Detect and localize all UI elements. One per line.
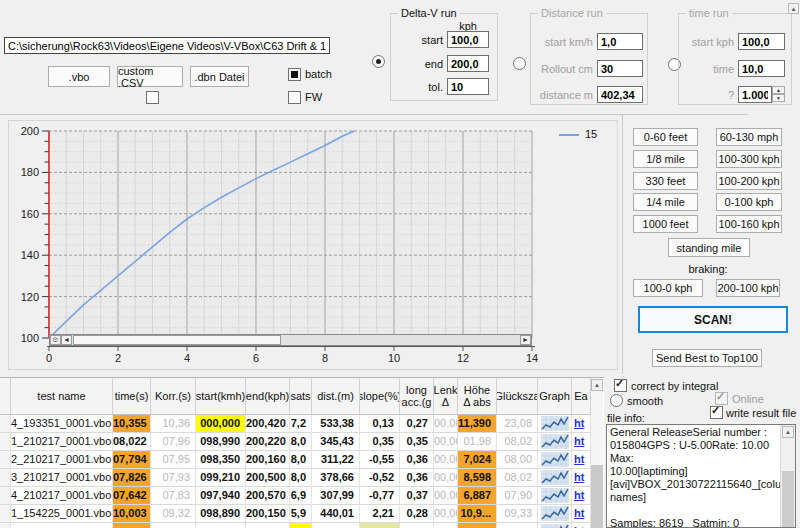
table-row[interactable]: 3_210217_0001.vbo07,82607,93099,210200,5… bbox=[0, 469, 604, 487]
result-link[interactable]: ht bbox=[574, 417, 584, 429]
column-header[interactable]: slope(%) bbox=[360, 378, 400, 415]
row-selector-cell[interactable] bbox=[0, 523, 11, 528]
btn-0-60-feet[interactable]: 0-60 feet bbox=[633, 128, 698, 146]
table-row[interactable]: 4_210217_0001.vbo07,64207,83097,940200,5… bbox=[0, 487, 604, 505]
table-row[interactable]: ht bbox=[0, 523, 604, 528]
test-name-cell[interactable]: 2_210217_0001.vbo bbox=[11, 451, 113, 469]
factor-spinner[interactable]: ▲ ▼ bbox=[772, 86, 785, 103]
row-selector-cell[interactable] bbox=[0, 451, 11, 469]
result-link[interactable]: ht bbox=[574, 489, 584, 501]
column-header[interactable]: Lenk Δ bbox=[434, 378, 458, 415]
chart-h-scrollbar[interactable]: ⊙ ◄ ► bbox=[49, 334, 532, 346]
end-input[interactable] bbox=[447, 55, 489, 72]
test-name-cell[interactable]: 4_193351_0001.vbo bbox=[11, 415, 113, 433]
batch-checkbox[interactable] bbox=[288, 68, 301, 81]
row-selector-cell[interactable] bbox=[0, 487, 11, 505]
column-header[interactable]: Glücksza bbox=[497, 378, 538, 415]
vbo-button[interactable]: .vbo bbox=[48, 66, 110, 87]
write-result-file-checkbox[interactable]: ✓ bbox=[710, 406, 723, 419]
link-cell[interactable]: ht bbox=[572, 415, 591, 433]
distance-mode-radio[interactable] bbox=[513, 57, 526, 70]
graph-cell[interactable] bbox=[538, 469, 572, 487]
scroll-right-icon[interactable]: ► bbox=[520, 335, 531, 345]
graph-cell[interactable] bbox=[538, 451, 572, 469]
column-header[interactable]: Graph bbox=[538, 378, 572, 415]
file-info-box[interactable]: General ReleaseSerial number : 015804GPS… bbox=[606, 424, 796, 528]
rollout-input[interactable] bbox=[597, 60, 643, 77]
test-name-cell[interactable] bbox=[11, 523, 113, 528]
btn-100-0-kph[interactable]: 100-0 kph bbox=[633, 279, 703, 297]
custom-csv-button[interactable]: custom .CSV bbox=[117, 66, 183, 87]
column-header[interactable]: test name bbox=[11, 378, 113, 415]
column-header[interactable]: long acc.(g bbox=[400, 378, 434, 415]
fw-checkbox[interactable] bbox=[288, 91, 301, 104]
column-header[interactable]: Höhe Δ abs bbox=[458, 378, 497, 415]
scrollbar-thumb[interactable] bbox=[73, 335, 281, 345]
csv-option-checkbox[interactable] bbox=[146, 91, 159, 104]
graph-cell[interactable] bbox=[538, 433, 572, 451]
correct-by-integral-checkbox[interactable]: ✓ bbox=[614, 379, 627, 392]
column-header[interactable]: dist.(m) bbox=[312, 378, 360, 415]
btn-330-feet[interactable]: 330 feet bbox=[633, 172, 698, 190]
window-scroll-up-button[interactable]: ▲ bbox=[788, 3, 799, 14]
graph-cell[interactable] bbox=[538, 523, 572, 528]
row-selector-cell[interactable] bbox=[0, 505, 11, 523]
link-cell[interactable]: ht bbox=[572, 505, 591, 523]
file-info-scroll-up-icon[interactable]: ▲ bbox=[782, 426, 794, 438]
factor-input[interactable] bbox=[738, 86, 772, 103]
row-selector-cell[interactable] bbox=[0, 469, 11, 487]
row-selector-cell[interactable] bbox=[0, 433, 11, 451]
distance-m-input[interactable] bbox=[597, 86, 643, 103]
table-row[interactable]: 2_210217_0001.vbo07,79407,95098,350200,1… bbox=[0, 451, 604, 469]
test-name-cell[interactable]: 3_210217_0001.vbo bbox=[11, 469, 113, 487]
column-header[interactable]: start(kmh) bbox=[196, 378, 246, 415]
column-header[interactable]: Korr.(s) bbox=[151, 378, 196, 415]
column-header[interactable]: time(s) bbox=[113, 378, 151, 415]
btn-1000-feet[interactable]: 1000 feet bbox=[633, 215, 698, 233]
btn-100-300-kph[interactable]: 100-300 kph bbox=[716, 150, 782, 168]
start-input[interactable] bbox=[447, 31, 489, 48]
time-input[interactable] bbox=[738, 60, 785, 77]
column-header[interactable]: Ea bbox=[572, 378, 591, 415]
column-header[interactable]: sats bbox=[290, 378, 312, 415]
btn-1-8-mile[interactable]: 1/8 mile bbox=[633, 150, 698, 168]
result-link[interactable]: ht bbox=[574, 471, 584, 483]
graph-cell[interactable] bbox=[538, 505, 572, 523]
result-link[interactable]: ht bbox=[574, 435, 584, 447]
scroll-left-icon[interactable]: ◄ bbox=[61, 335, 72, 345]
table-row[interactable]: 1_154225_0001.vbo10,00309,32098,890200,1… bbox=[0, 505, 604, 523]
table-row[interactable]: 4_193351_0001.vbo10,35510,36000,000200,4… bbox=[0, 415, 604, 433]
link-cell[interactable]: ht bbox=[572, 469, 591, 487]
start-kph-input[interactable] bbox=[738, 33, 785, 50]
test-name-cell[interactable]: 1_210217_0001.vbo bbox=[11, 433, 113, 451]
btn-0-100-kph[interactable]: 0-100 kph bbox=[716, 193, 782, 211]
link-cell[interactable]: ht bbox=[572, 523, 591, 528]
link-cell[interactable]: ht bbox=[572, 451, 591, 469]
graph-cell[interactable] bbox=[538, 487, 572, 505]
btn-standing-mile[interactable]: standing mile bbox=[668, 238, 750, 257]
test-name-cell[interactable]: 1_154225_0001.vbo bbox=[11, 505, 113, 523]
deltav-mode-radio[interactable] bbox=[372, 55, 385, 68]
start-kmh-input[interactable] bbox=[597, 33, 643, 50]
btn-100-160-kph[interactable]: 100-160 kph bbox=[716, 215, 782, 233]
graph-cell[interactable] bbox=[538, 415, 572, 433]
btn-100-200-kph[interactable]: 100-200 kph bbox=[716, 172, 782, 190]
smooth-radio[interactable] bbox=[610, 394, 623, 407]
link-cell[interactable]: ht bbox=[572, 487, 591, 505]
file-info-scrollbar-thumb[interactable] bbox=[782, 471, 794, 527]
column-header[interactable] bbox=[0, 378, 11, 415]
scan-button[interactable]: SCAN! bbox=[638, 306, 788, 333]
test-name-cell[interactable]: 4_210217_0001.vbo bbox=[11, 487, 113, 505]
btn-60-130-mph[interactable]: 60-130 mph bbox=[716, 128, 782, 146]
table-scrollbar[interactable]: ▲ bbox=[591, 379, 603, 528]
file-path-input[interactable] bbox=[4, 37, 330, 54]
tol-input[interactable] bbox=[447, 78, 489, 95]
btn-200-100-kph[interactable]: 200-100 kph bbox=[716, 279, 780, 297]
spinner-up-icon[interactable]: ▲ bbox=[772, 86, 785, 94]
send-best-button[interactable]: Send Best to Top100 bbox=[652, 349, 762, 367]
table-scroll-up-icon[interactable]: ▲ bbox=[591, 379, 603, 391]
dbn-datei-button[interactable]: .dbn Datei bbox=[190, 66, 249, 87]
link-cell[interactable]: ht bbox=[572, 433, 591, 451]
file-info-scrollbar[interactable]: ▲ bbox=[780, 425, 795, 527]
zoom-reset-icon[interactable]: ⊙ bbox=[50, 335, 61, 345]
